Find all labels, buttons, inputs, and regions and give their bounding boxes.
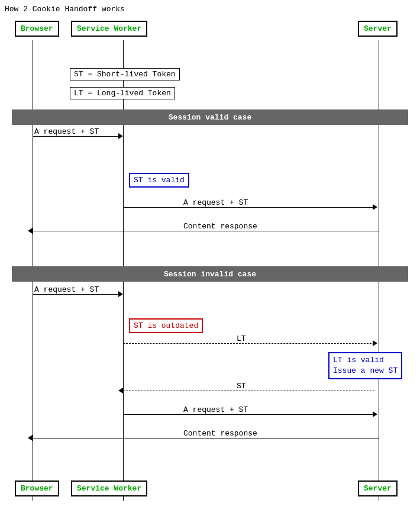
actor-service-worker-top: Service Worker <box>71 21 147 37</box>
arrow-req1-line <box>33 136 120 137</box>
page-title: How 2 Cookie Handoff works <box>5 5 125 14</box>
arrow-req1-head <box>118 133 123 139</box>
def-st: ST = Short-lived Token <box>70 68 180 80</box>
arrow-req2-line <box>123 207 374 208</box>
arrow-content1-line <box>33 231 379 231</box>
arrow-lt-label: LT <box>237 334 246 343</box>
arrow-lt-head <box>373 340 377 346</box>
section-invalid: Session invalid case <box>12 266 408 282</box>
actor-service-worker-bottom: Service Worker <box>71 480 147 496</box>
note-st-valid: ST is valid <box>129 173 189 188</box>
actor-browser-bottom: Browser <box>15 480 59 496</box>
arrow-content2-line <box>33 438 379 438</box>
def-lt: LT = Long-lived Token <box>70 87 175 99</box>
arrow-req3-label: A request + ST <box>34 285 99 294</box>
arrow-req4-label: A request + ST <box>183 405 248 414</box>
section-valid: Session valid case <box>12 109 408 125</box>
arrow-content1-label: Content response <box>183 222 257 231</box>
arrow-req1-label: A request + ST <box>34 127 99 136</box>
arrow-req2-label: A request + ST <box>183 198 248 207</box>
actor-browser-top: Browser <box>15 21 59 37</box>
arrow-content2-label: Content response <box>183 429 257 438</box>
actor-server-top: Server <box>358 21 398 37</box>
arrow-content2-head <box>28 435 33 441</box>
actor-server-bottom: Server <box>358 480 398 496</box>
arrow-req4-head <box>373 411 377 417</box>
arrow-lt-line <box>123 343 374 344</box>
arrow-req4-line <box>123 414 374 415</box>
arrow-st-line <box>123 391 374 391</box>
arrow-req2-head <box>373 204 377 210</box>
diagram: How 2 Cookie Handoff works Browser Servi… <box>0 0 420 516</box>
arrow-content1-head <box>28 228 33 234</box>
arrow-st-label: ST <box>237 382 246 391</box>
arrow-req3-head <box>118 291 123 297</box>
arrow-st-head <box>118 388 123 394</box>
note-st-outdated: ST is outdated <box>129 318 203 333</box>
note-lt-valid: LT is valid Issue a new ST <box>328 352 402 379</box>
arrow-req3-line <box>33 294 120 295</box>
